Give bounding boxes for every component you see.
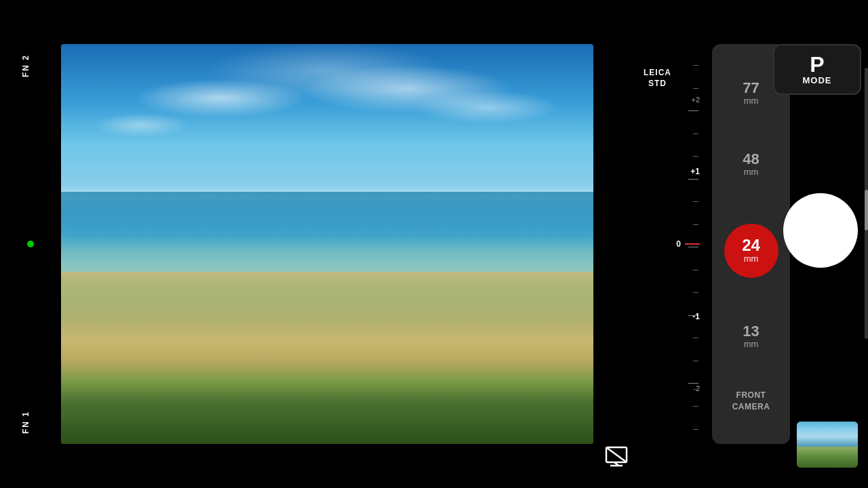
fn1-button[interactable]: FN 1 bbox=[21, 411, 31, 434]
lens-77mm[interactable]: 77 mm bbox=[737, 75, 764, 111]
p-mode-letter: P bbox=[810, 54, 824, 75]
exp-zero: 0 bbox=[676, 239, 700, 249]
p-mode-button[interactable]: P MODE bbox=[773, 44, 861, 95]
display-off-icon bbox=[604, 443, 634, 473]
exp-plus2: +2 bbox=[691, 96, 700, 104]
thumbnail[interactable] bbox=[797, 422, 858, 468]
right-scrollbar[interactable] bbox=[865, 68, 868, 339]
viewfinder[interactable] bbox=[61, 44, 593, 444]
left-panel: FN 2 FN 1 bbox=[0, 0, 51, 488]
people-layer bbox=[61, 252, 593, 292]
p-mode-text: MODE bbox=[803, 75, 832, 85]
svg-line-1 bbox=[606, 447, 627, 462]
viewfinder-image bbox=[61, 44, 593, 444]
lens-24mm-active[interactable]: 24 mm bbox=[719, 218, 784, 283]
scrollbar-thumb bbox=[865, 190, 868, 230]
shutter-button[interactable] bbox=[783, 193, 858, 268]
front-camera-label: FRONT CAMERA bbox=[732, 390, 770, 413]
fn2-button[interactable]: FN 2 bbox=[21, 54, 31, 77]
active-lens-circle[interactable]: 24 mm bbox=[724, 224, 778, 278]
lens-48mm[interactable]: 48 mm bbox=[737, 146, 764, 182]
exp-plus1: +1 bbox=[690, 167, 700, 176]
exp-zero-line bbox=[685, 243, 700, 245]
screen-off-button[interactable] bbox=[604, 443, 634, 476]
lens-panel: 77 mm 48 mm 24 mm 13 mm FRONT CAMERA bbox=[712, 44, 790, 444]
thumbnail-image bbox=[797, 422, 858, 468]
leica-label: LEICA STD bbox=[644, 68, 671, 89]
bottom-controls bbox=[604, 443, 634, 476]
exp-minus1: -1 bbox=[692, 312, 700, 321]
exp-minus2: -2 bbox=[693, 384, 700, 392]
camera-ui: FN 2 FN 1 LEICA STD bbox=[0, 0, 868, 488]
lens-13mm[interactable]: 13 mm bbox=[737, 319, 764, 354]
front-camera-section: FRONT CAMERA bbox=[732, 390, 770, 413]
